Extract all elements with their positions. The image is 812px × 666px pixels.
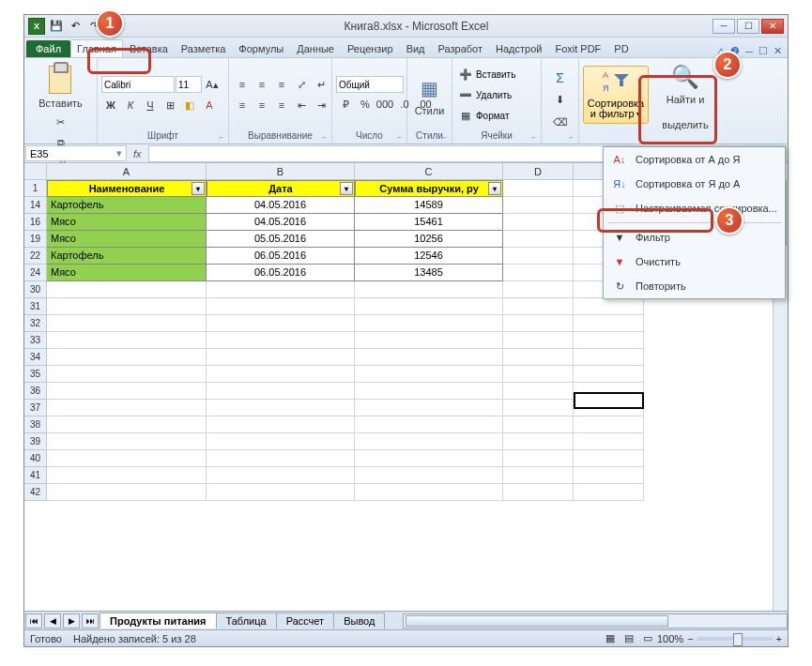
font-size-combo[interactable] xyxy=(176,76,202,93)
tab-view[interactable]: Вид xyxy=(400,39,432,57)
row-header[interactable]: 32 xyxy=(24,315,47,332)
doc-restore-icon[interactable]: ☐ xyxy=(758,45,768,57)
row-header[interactable]: 36 xyxy=(24,383,47,400)
cell[interactable] xyxy=(207,433,355,450)
cell[interactable] xyxy=(574,416,644,433)
table-header-cell[interactable]: Дата▾ xyxy=(207,180,355,197)
sort-filter-button[interactable]: Сортировкаи фильтр ▾ xyxy=(583,66,649,124)
insert-cells-icon[interactable]: ➕ xyxy=(456,65,475,83)
tab-foxit[interactable]: Foxit PDF xyxy=(548,39,607,57)
cell[interactable] xyxy=(503,197,574,214)
col-header-c[interactable]: C xyxy=(355,163,503,179)
cell[interactable] xyxy=(207,416,355,433)
cell[interactable] xyxy=(47,416,207,433)
cell[interactable] xyxy=(355,332,503,349)
cell[interactable] xyxy=(47,315,207,332)
cell[interactable] xyxy=(355,400,503,416)
cell[interactable] xyxy=(574,450,644,467)
cell[interactable] xyxy=(207,366,355,383)
format-cells-button[interactable]: Формат xyxy=(476,111,510,121)
tab-pd[interactable]: PD xyxy=(607,39,635,57)
col-header-a[interactable]: A xyxy=(47,163,207,179)
cell[interactable]: 04.05.2016 xyxy=(207,197,355,214)
cell[interactable] xyxy=(47,383,207,400)
comma-icon[interactable]: 000 xyxy=(375,95,394,114)
number-format-combo[interactable] xyxy=(336,76,404,93)
doc-close-icon[interactable]: ✕ xyxy=(774,45,782,57)
cell[interactable] xyxy=(503,298,574,315)
cell[interactable] xyxy=(355,467,503,484)
cell[interactable] xyxy=(207,349,355,366)
align-center-icon[interactable]: ≡ xyxy=(253,96,271,114)
undo-icon[interactable]: ↶ xyxy=(68,19,83,34)
view-normal-icon[interactable]: ▦ xyxy=(601,629,620,648)
tab-file[interactable]: Файл xyxy=(26,40,70,57)
sheet-tab-3[interactable]: Рассчет xyxy=(276,613,335,628)
tab-nav-prev-icon[interactable]: ◀ xyxy=(44,613,61,628)
row-header[interactable]: 33 xyxy=(24,332,47,349)
cell[interactable]: 10256 xyxy=(355,231,503,248)
cell[interactable] xyxy=(47,400,207,416)
cell[interactable] xyxy=(47,332,207,349)
menu-custom-sort[interactable]: ⬚Настраиваемая сортировка... xyxy=(604,196,785,220)
align-middle-icon[interactable]: ≡ xyxy=(253,75,271,94)
cell[interactable] xyxy=(503,400,574,416)
cell[interactable] xyxy=(503,366,574,383)
cell[interactable]: 15461 xyxy=(355,214,503,231)
tab-nav-next-icon[interactable]: ▶ xyxy=(63,613,80,628)
cell[interactable] xyxy=(574,467,644,484)
cell[interactable] xyxy=(355,383,503,400)
indent-dec-icon[interactable]: ⇤ xyxy=(292,96,311,114)
row-header[interactable]: 40 xyxy=(24,450,47,467)
fx-icon[interactable]: fx xyxy=(128,148,147,159)
autosum-icon[interactable]: Σ xyxy=(551,68,570,87)
fill-color-icon[interactable]: ◧ xyxy=(180,96,199,114)
cut-icon[interactable]: ✂ xyxy=(52,113,70,131)
maximize-button[interactable]: ☐ xyxy=(737,19,759,34)
zoom-out-icon[interactable]: − xyxy=(687,633,693,644)
cell[interactable] xyxy=(503,349,574,366)
font-name-combo[interactable] xyxy=(101,76,175,93)
cell[interactable] xyxy=(574,433,644,450)
cell[interactable] xyxy=(207,467,355,484)
clear-icon[interactable]: ⌫ xyxy=(551,114,570,132)
cell[interactable] xyxy=(207,298,355,315)
tab-review[interactable]: Рецензир xyxy=(341,39,400,57)
tab-layout[interactable]: Разметка xyxy=(175,39,233,57)
cell[interactable] xyxy=(574,400,644,416)
filter-button-icon[interactable]: ▾ xyxy=(340,182,353,195)
tab-data[interactable]: Данные xyxy=(290,39,341,57)
cell[interactable] xyxy=(47,298,207,315)
currency-icon[interactable]: ₽ xyxy=(336,95,355,114)
bold-icon[interactable]: Ж xyxy=(101,96,120,114)
cell[interactable]: 04.05.2016 xyxy=(207,214,355,231)
cell[interactable] xyxy=(355,433,503,450)
cell[interactable] xyxy=(503,265,574,281)
cell[interactable] xyxy=(355,349,503,366)
delete-cells-icon[interactable]: ➖ xyxy=(456,85,475,104)
cell[interactable] xyxy=(503,416,574,433)
border-icon[interactable]: ⊞ xyxy=(161,96,179,114)
row-header[interactable]: 39 xyxy=(24,433,47,450)
cell[interactable] xyxy=(574,383,644,400)
delete-cells-button[interactable]: Удалить xyxy=(476,90,512,100)
align-left-icon[interactable]: ≡ xyxy=(233,96,252,114)
cell[interactable] xyxy=(207,281,355,298)
indent-inc-icon[interactable]: ⇥ xyxy=(312,96,330,114)
cell[interactable] xyxy=(355,315,503,332)
row-header[interactable]: 24 xyxy=(24,265,47,281)
align-bottom-icon[interactable]: ≡ xyxy=(272,75,291,94)
save-icon[interactable]: 💾 xyxy=(49,19,64,34)
cell[interactable] xyxy=(503,214,574,231)
row-header[interactable]: 1 xyxy=(24,180,47,197)
cell[interactable] xyxy=(47,450,207,467)
find-select-button[interactable]: 🔍 Найти ивыделить xyxy=(658,60,712,132)
filter-button-icon[interactable]: ▾ xyxy=(192,182,205,195)
cell[interactable]: Мясо xyxy=(47,231,207,248)
view-layout-icon[interactable]: ▤ xyxy=(620,629,638,648)
cell[interactable] xyxy=(47,467,207,484)
menu-filter[interactable]: ▼Фильтр xyxy=(604,225,785,250)
cell[interactable]: 12546 xyxy=(355,248,503,265)
tab-formulas[interactable]: Формулы xyxy=(232,39,290,57)
cell[interactable] xyxy=(207,383,355,400)
